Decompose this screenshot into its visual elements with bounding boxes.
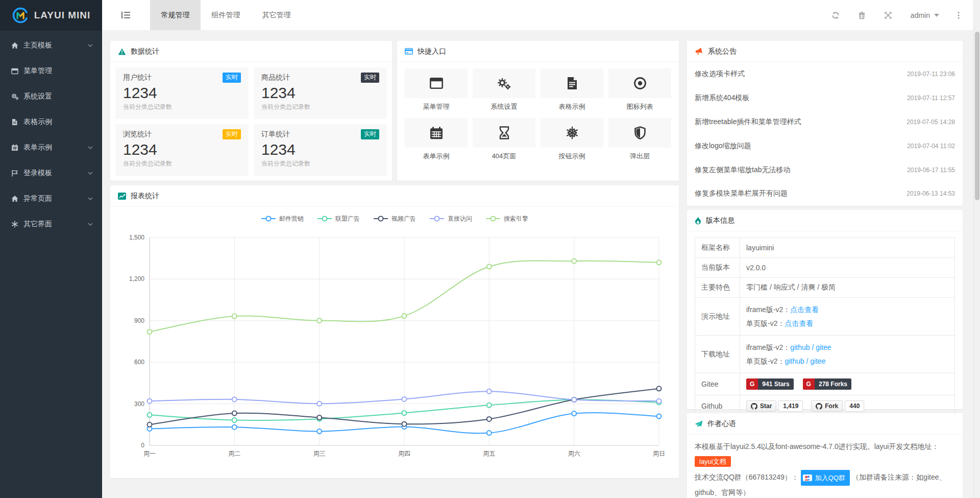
chevron-down-icon [88, 43, 93, 48]
stat-desc: 当前分类总记录数 [261, 159, 379, 168]
version-table: 框架名称layuimini 当前版本v2.0.0 主要特色零门槛 / 响应式 /… [695, 238, 955, 417]
legend-marker-icon [485, 216, 501, 222]
status-badge: 实时 [361, 129, 379, 139]
download-github-link[interactable]: github [790, 343, 810, 351]
table-row: 框架名称layuimini [695, 238, 955, 258]
scrollbar-thumb[interactable] [975, 32, 979, 200]
github-star-button[interactable]: Star 1,419 [746, 400, 803, 412]
stat-card-views[interactable]: 浏览统计实时 1234 当前分类总记录数 [115, 124, 249, 176]
stat-card-users[interactable]: 用户统计实时 1234 当前分类总记录数 [115, 67, 249, 119]
sidebar-toggle-button[interactable] [102, 0, 150, 30]
announcement-item[interactable]: 修改选项卡样式2019-07-11 23:06 [695, 62, 955, 86]
quick-item-404-page[interactable]: 404页面 [473, 118, 535, 161]
sidebar: LAYUI MINI 主页模板 菜单管理 系统设置 表格示例 表单示例 登录模板 [0, 0, 102, 498]
line-chart: 周一周二周三周四周五周六周日03006009001,2001,500 [110, 230, 679, 465]
quick-item-icon-list[interactable]: 图标列表 [608, 68, 671, 111]
page-scrollbar[interactable] [973, 0, 980, 498]
announcement-item[interactable]: 修复多模块菜单栏展开有问题2019-06-13 14:53 [695, 182, 955, 206]
panel-version-info: 版本信息 框架名称layuimini 当前版本v2.0.0 主要特色零门槛 / … [687, 210, 963, 409]
join-qq-group-button[interactable]: 加入QQ群 [801, 470, 850, 486]
layui-doc-badge[interactable]: layui文档 [695, 456, 731, 467]
sidebar-item-error-pages[interactable]: 异常页面 [0, 186, 102, 211]
legend-item[interactable]: 视频广告 [373, 215, 416, 223]
calendar-icon [11, 144, 23, 151]
stat-desc: 当前分类总记录数 [123, 103, 241, 111]
line-chart-canvas: 周一周二周三周四周五周六周日03006009001,2001,500 [118, 230, 671, 463]
more-options-icon[interactable] [958, 11, 960, 19]
announcement-item[interactable]: 新增treetable插件和菜单管理样式2019-07-05 14:28 [695, 110, 955, 134]
panel-author-words: 作者心语 本模板基于layui2.5.4以及font-awesome-4.7.0… [687, 413, 963, 498]
download-github-link[interactable]: github [785, 357, 804, 365]
gitee-forks-badge[interactable]: G278 Forks [803, 378, 851, 390]
legend-item[interactable]: 搜索引擎 [485, 215, 528, 223]
sidebar-item-home-template[interactable]: 主页模板 [0, 33, 102, 58]
quick-item-menu-management[interactable]: 菜单管理 [405, 68, 468, 111]
panel-title: 版本信息 [706, 216, 734, 225]
demo-iframe-link[interactable]: 点击查看 [790, 305, 819, 314]
sidebar-item-login-template[interactable]: 登录模板 [0, 160, 102, 186]
announcement-item[interactable]: 修复左侧菜单缩放tab无法移动2019-06-17 11:55 [695, 158, 955, 182]
sidebar-item-table-example[interactable]: 表格示例 [0, 109, 102, 135]
sidebar-item-other-pages[interactable]: 其它界面 [0, 211, 102, 237]
stat-card-goods[interactable]: 商品统计实时 1234 当前分类总记录数 [254, 67, 387, 119]
svg-text:1,200: 1,200 [129, 275, 144, 282]
quick-item-system-settings[interactable]: 系统设置 [473, 68, 535, 111]
gitee-logo-icon: G [746, 378, 758, 390]
quick-item-table-example[interactable]: 表格示例 [541, 68, 603, 111]
announcement-item[interactable]: 修改logo缩放问题2019-07-04 11:02 [695, 134, 955, 158]
username: admin [911, 11, 930, 19]
stat-card-orders[interactable]: 订单统计实时 1234 当前分类总记录数 [254, 124, 387, 176]
quick-item-form-example[interactable]: 表单示例 [405, 118, 468, 161]
caret-down-icon [934, 14, 939, 17]
user-menu[interactable]: admin [911, 11, 939, 19]
legend-item[interactable]: 邮件营销 [261, 215, 304, 223]
header-actions: admin [831, 0, 980, 30]
logo[interactable]: LAYUI MINI [0, 0, 102, 31]
tab-other-management[interactable]: 其它管理 [251, 0, 302, 30]
quick-item-popup-layer[interactable]: 弹出层 [608, 118, 671, 161]
stat-value: 1234 [261, 140, 379, 159]
svg-text:300: 300 [134, 400, 144, 408]
sidebar-item-form-example[interactable]: 表单示例 [0, 135, 102, 160]
gitee-stars-badge[interactable]: G941 Stars [746, 378, 794, 390]
chevron-down-icon [88, 222, 93, 226]
download-gitee-link[interactable]: gitee [810, 357, 825, 365]
credit-card-icon [405, 48, 413, 55]
sidebar-item-menu-management[interactable]: 菜单管理 [0, 58, 102, 84]
sidebar-menu: 主页模板 菜单管理 系统设置 表格示例 表单示例 登录模板 异常页面 [0, 31, 102, 237]
panel-data-statistics: 数据统计 用户统计实时 1234 当前分类总记录数 商品统计实时 1234 当前… [110, 41, 392, 181]
paper-plane-icon [695, 420, 703, 428]
gears-icon [497, 77, 511, 90]
nav-tabs: 常规管理 组件管理 其它管理 [150, 0, 302, 30]
table-row: 主要特色零门槛 / 响应式 / 清爽 / 极简 [695, 278, 955, 298]
sidebar-item-system-settings[interactable]: 系统设置 [0, 84, 102, 109]
quick-item-button-example[interactable]: 按钮示例 [541, 118, 603, 161]
svg-text:600: 600 [134, 359, 144, 366]
svg-text:周二: 周二 [228, 450, 240, 457]
home-icon [11, 42, 23, 49]
panel-title: 快捷入口 [418, 47, 446, 56]
demo-spa-link[interactable]: 点击查看 [785, 319, 813, 327]
stat-desc: 当前分类总记录数 [123, 159, 241, 168]
svg-text:0: 0 [141, 442, 144, 449]
legend-marker-icon [261, 216, 276, 222]
github-fork-button[interactable]: Fork 440 [811, 400, 864, 412]
legend-item[interactable]: 联盟广告 [317, 215, 360, 223]
tab-general-management[interactable]: 常规管理 [150, 0, 201, 30]
announcement-item[interactable]: 新增系统404模板2019-07-11 12:57 [695, 86, 955, 110]
stat-desc: 当前分类总记录数 [261, 103, 379, 111]
shield-icon [634, 126, 646, 139]
table-row: Gitee G941 Stars G278 Forks [695, 373, 955, 395]
legend-item[interactable]: 直接访问 [429, 215, 472, 223]
table-row: 演示地址 iframe版-v2：点击查看 单页版-v2：点击查看 [695, 298, 955, 336]
calendar-icon [430, 127, 443, 139]
fullscreen-icon[interactable] [884, 11, 892, 19]
refresh-icon[interactable] [831, 11, 840, 19]
tab-component-management[interactable]: 组件管理 [201, 0, 251, 30]
fire-icon [695, 217, 701, 225]
chart-legend: 邮件营销联盟广告视频广告直接访问搜索引擎 [110, 207, 679, 230]
trash-icon[interactable] [858, 11, 866, 19]
download-gitee-link[interactable]: gitee [816, 343, 831, 351]
file-icon [11, 118, 23, 126]
chevron-down-icon [88, 197, 93, 201]
